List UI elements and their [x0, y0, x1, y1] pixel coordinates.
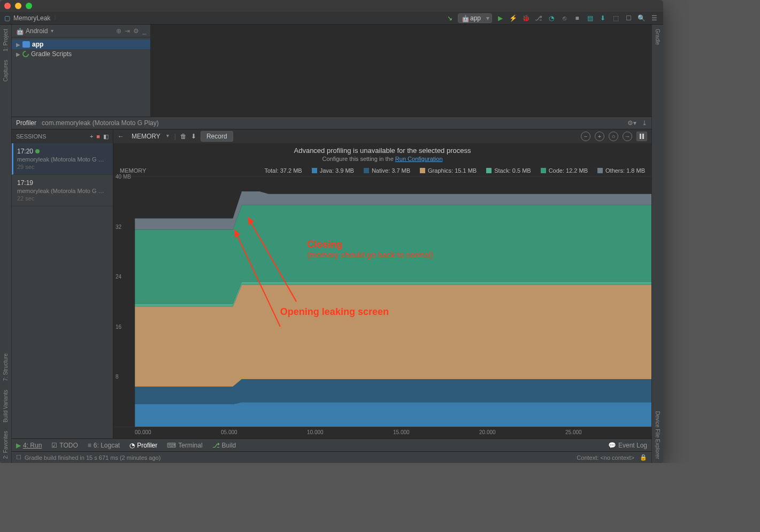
export-icon[interactable]: ⤓ [642, 119, 647, 127]
gear-icon[interactable]: ⚙▾ [627, 119, 636, 127]
sessions-panel-toggle[interactable]: ◧ [103, 133, 109, 140]
profiler-warning: Advanced profiling is unavailable for th… [113, 143, 651, 156]
gutter-gradle[interactable]: Gradle [655, 25, 661, 49]
debug-attach-icon[interactable]: ⚡ [508, 13, 518, 23]
layout-icon[interactable]: ⬚ [611, 13, 620, 23]
chevron-down-icon: ▾ [51, 28, 53, 34]
legend-code: Code: 12.2 MB [541, 167, 588, 174]
stop-session[interactable]: ■ [96, 133, 100, 140]
project-panel: 🤖 Android ▾ ⊕ ⇥ ⚙ ⎯ ▶ app [12, 25, 151, 117]
profiler-warning-sub: Configure this setting in the Run Config… [113, 156, 651, 165]
legend-java: Java: 3.9 MB [312, 167, 354, 174]
pause-button[interactable] [636, 132, 647, 141]
gear-icon[interactable]: ⚙ [133, 27, 139, 35]
sessions-label: SESSIONS [16, 133, 46, 140]
user-icon[interactable]: ☰ [649, 13, 659, 23]
collapse-icon[interactable]: ⇥ [125, 27, 130, 35]
gutter-build-variants[interactable]: Build Variants [3, 385, 9, 427]
breadcrumb[interactable]: MemoryLeak [13, 14, 50, 22]
memory-selector[interactable]: MEMORY [128, 132, 170, 141]
session-name: memoryleak (Motorola Moto G Pl... [17, 156, 108, 163]
tree-item-gradle-scripts[interactable]: ▶ Gradle Scripts [12, 49, 150, 59]
active-dot-icon [35, 149, 40, 153]
tab-terminal[interactable]: ⌨Terminal [167, 442, 202, 449]
profiler-tab-label[interactable]: Profiler [16, 119, 36, 127]
profile-icon[interactable]: ◔ [547, 13, 556, 23]
editor-area [151, 25, 651, 117]
session-item[interactable]: 17:20 memoryleak (Motorola Moto G Pl... … [12, 143, 113, 175]
avd-icon[interactable]: ▤ [585, 13, 595, 23]
tab-event-log[interactable]: 💬Event Log [608, 442, 647, 449]
record-button[interactable]: Record [201, 131, 233, 142]
live-toggle[interactable]: → [623, 132, 632, 141]
minimize-window[interactable] [15, 3, 21, 9]
trash-icon[interactable]: 🗑 [180, 133, 187, 140]
back-icon[interactable]: ← [118, 133, 124, 140]
profiler-process[interactable]: com.memoryleak (Motorola Moto G Play) [42, 119, 159, 127]
heap-dump-icon[interactable]: ⬇ [191, 133, 196, 140]
session-duration: 22 sec [17, 195, 108, 202]
session-time: 17:20 [17, 148, 33, 155]
session-item[interactable]: 17:19 memoryleak (Motorola Moto G Pl... … [12, 175, 113, 206]
tab-logcat[interactable]: ≡6: Logcat [88, 442, 120, 449]
tab-build[interactable]: ⎇Build [212, 442, 236, 449]
sessions-list: 17:20 memoryleak (Motorola Moto G Pl... … [12, 143, 113, 438]
right-tool-gutter: Gradle Device File Explorer [651, 25, 663, 463]
run-icon[interactable]: ▶ [495, 13, 505, 23]
session-time: 17:19 [17, 179, 33, 187]
status-context[interactable]: Context: <no context> [577, 454, 634, 461]
android-icon: 🤖 [462, 15, 468, 21]
run-config-link[interactable]: Run Configuration [395, 156, 443, 162]
status-indicator-icon[interactable]: ☐ [16, 454, 21, 461]
zoom-in[interactable]: + [595, 132, 604, 141]
tree-label: Gradle Scripts [31, 50, 72, 58]
memory-chart[interactable]: 816243240 MB Closing (memory should go b… [113, 176, 651, 427]
tree-label: app [32, 41, 43, 48]
gutter-structure[interactable]: 7: Structure [3, 349, 9, 385]
lock-icon[interactable]: 🔒 [640, 454, 647, 461]
gutter-project[interactable]: 1: Project [3, 25, 9, 56]
build-icon: ⎇ [212, 442, 220, 449]
sync-icon[interactable]: ↘ [445, 13, 455, 23]
close-window[interactable] [4, 3, 11, 9]
legend-native: Native: 3.7 MB [364, 167, 410, 174]
todo-icon: ☑ [51, 442, 57, 449]
run-config-label: app [470, 14, 481, 22]
project-view-selector[interactable]: Android [26, 27, 48, 35]
left-tool-gutter: 1: Project Captures 7: Structure Build V… [0, 25, 12, 463]
gutter-captures[interactable]: Captures [3, 56, 9, 86]
target-icon[interactable]: ⊕ [116, 27, 121, 35]
gutter-favorites[interactable]: 2: Favorites [3, 427, 9, 463]
breadcrumb-toolbar: ▢ MemoryLeak 〉 ↘ 🤖 app ▶ ⚡ 🐞 ⎇ ◔ ⎋ ■ ▤ ⬇… [0, 12, 663, 25]
search-icon[interactable]: 🔍 [636, 13, 646, 23]
coverage-icon[interactable]: ⎇ [534, 13, 543, 23]
attach-icon[interactable]: ⎋ [559, 13, 569, 23]
gutter-device-explorer[interactable]: Device File Explorer [655, 407, 661, 463]
project-icon: ▢ [4, 14, 10, 22]
stop-icon[interactable]: ■ [572, 13, 582, 23]
tree-item-app[interactable]: ▶ app [12, 40, 150, 49]
module-icon [22, 41, 30, 48]
sdk-icon[interactable]: ⬇ [598, 13, 608, 23]
tab-todo[interactable]: ☑TODO [51, 442, 78, 449]
tab-profiler[interactable]: ◔Profiler [129, 442, 157, 449]
zoom-window[interactable] [26, 3, 32, 9]
legend-total: Total: 37.2 MB [264, 167, 302, 174]
tab-run[interactable]: ▶4: Run [16, 442, 42, 449]
logcat-icon: ≡ [88, 442, 91, 449]
legend-graphics: Graphics: 15.1 MB [420, 167, 477, 174]
expand-icon[interactable]: ▶ [16, 51, 20, 57]
add-session[interactable]: + [90, 133, 93, 140]
debug-icon[interactable]: 🐞 [521, 13, 531, 23]
zoom-out[interactable]: − [581, 132, 590, 141]
legend-others: Others: 1.8 MB [597, 167, 645, 174]
android-view-icon: 🤖 [16, 28, 22, 34]
assistant-icon[interactable]: ☐ [624, 13, 633, 23]
terminal-icon: ⌨ [167, 442, 176, 449]
hide-icon[interactable]: ⎯ [142, 27, 146, 35]
run-config-selector[interactable]: 🤖 app [458, 13, 492, 23]
event-log-icon: 💬 [608, 442, 616, 449]
expand-icon[interactable]: ▶ [16, 42, 20, 48]
gradle-icon [21, 50, 30, 59]
zoom-reset[interactable]: ○ [609, 132, 618, 141]
